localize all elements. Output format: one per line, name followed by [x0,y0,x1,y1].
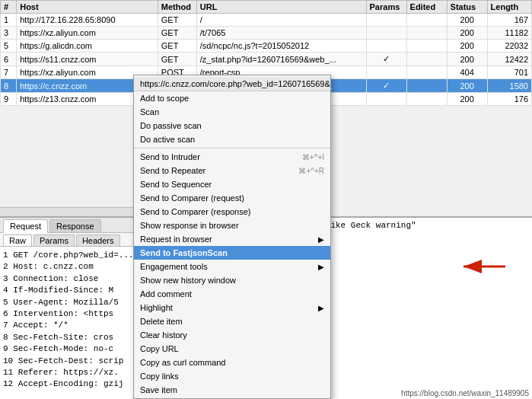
context-menu-item-label: Delete item [140,317,183,326]
context-menu-item-label: Scan [140,107,159,117]
cell-status: 200 [447,27,487,40]
context-menu-item-label: Do passive scan [140,121,202,130]
submenu-arrow-icon: ▶ [318,235,324,244]
context-menu-item-label: Engagement tools [140,262,208,271]
table-row[interactable]: 1 http://172.16.228.65:8090 GET / 200 16… [1,14,532,27]
cell-status: 200 [447,14,487,27]
cell-url: / [196,14,366,27]
context-menu-item-label: Show response in browser [140,221,239,230]
context-menu-shortcut: ⌘+^+I [302,153,324,161]
context-menu-item[interactable]: Save item [134,383,330,397]
cell-num: 7 [1,66,17,79]
cell-status: 200 [447,40,487,53]
table-row[interactable]: 6 https://s11.cnzz.com GET /z_stat.php?i… [1,53,532,66]
cell-url: /t/7065 [196,27,366,40]
cell-status: 200 [447,53,487,66]
cell-num: 6 [1,53,17,66]
cell-num: 1 [1,14,17,27]
context-menu-item-label: Send to Comparer (response) [140,207,251,216]
cell-host: https://g.alicdn.com [17,40,158,53]
cell-method: GET [158,40,196,53]
cell-status: 404 [447,66,487,79]
context-menu-item[interactable]: Send to Comparer (response) [134,205,330,219]
tab-request[interactable]: Request [3,219,48,233]
cell-status: 200 [447,93,487,106]
cell-num: 3 [1,27,17,40]
context-menu-item[interactable]: Send to Sequencer [134,177,330,191]
cell-host: https://xz.aliyun.com [17,27,158,40]
context-menu-separator [134,148,330,148]
col-header-host: Host [17,1,158,14]
context-menu-item[interactable]: Do active scan [134,132,330,146]
cell-host: https://s11.cnzz.com [17,53,158,66]
cell-params: ✓ [366,53,406,66]
context-menu-item-label: Copy URL [140,344,179,353]
cell-url: /z_stat.php?id=1260716569&web_... [196,53,366,66]
context-menu-item[interactable]: Copy URL [134,342,330,356]
cell-edited [406,14,447,27]
context-menu-item[interactable]: Send to FastjsonScan [134,246,330,260]
context-menu-item[interactable]: Send to Comparer (request) [134,191,330,205]
context-menu-item-label: Add comment [140,289,192,298]
watermark: https://blog.csdn.net/waxin_11489905 [401,389,529,397]
context-menu-item[interactable]: Copy as curl command [134,356,330,369]
context-menu-item[interactable]: Request in browser ▶ [134,232,330,246]
cell-num: 5 [1,40,17,53]
cell-edited [406,93,447,106]
context-menu-item[interactable]: Clear history [134,328,330,342]
submenu-arrow-icon: ▶ [318,304,324,312]
cell-edited [406,66,447,79]
context-menu-item[interactable]: Send to Intruder ⌘+^+I [134,150,330,164]
context-menu-item-label: Send to FastjsonScan [140,248,228,257]
context-menu-item[interactable]: Scan [134,105,330,119]
context-menu-item-label: Copy as curl command [140,358,226,367]
arrow-annotation [456,255,509,280]
context-menu-item[interactable]: Add comment [134,287,330,301]
sub-tab-params[interactable]: Params [33,235,75,246]
context-menu-item-label: Send to Repeater [140,166,205,175]
context-menu-item-label: Request in browser [140,235,212,244]
context-menu-item[interactable]: Do passive scan [134,119,330,132]
table-row[interactable]: 5 https://g.alicdn.com GET /sd/ncpc/nc.j… [1,40,532,53]
table-row[interactable]: 3 https://xz.aliyun.com GET /t/7065 200 … [1,27,532,40]
cell-url: /sd/ncpc/nc.js?t=2015052012 [196,40,366,53]
context-menu-item[interactable]: Show response in browser [134,219,330,232]
cell-method: GET [158,27,196,40]
cell-length: 701 [487,66,531,79]
context-menu-item-label: Clear history [140,330,187,340]
cell-num: 8 [1,79,17,93]
cell-method: GET [158,53,196,66]
context-menu-shortcut: ⌘+^+R [298,167,324,175]
col-header-url: URL [196,1,366,14]
context-menu-item-label: Highlight [140,303,173,312]
cell-num: 9 [1,93,17,106]
context-menu-item[interactable]: Show new history window [134,273,330,287]
context-menu-item[interactable]: Engagement tools ▶ [134,260,330,273]
cell-params: ✓ [366,79,406,93]
context-menu-url: https://c.cnzz.com/core.php?web_id=12607… [134,77,330,91]
cell-length: 176 [487,93,531,106]
cell-params [366,93,406,106]
context-menu-item-label: Send to Intruder [140,152,200,161]
cell-params [366,40,406,53]
col-header-num: # [1,1,17,14]
col-header-edited: Edited [406,1,447,14]
tab-response[interactable]: Response [49,219,101,232]
sub-tab-headers[interactable]: Headers [76,235,120,246]
cell-params [366,66,406,79]
sub-tab-raw[interactable]: Raw [3,235,32,246]
context-menu-item[interactable]: Add to scope [134,91,330,105]
cell-edited [406,53,447,66]
cell-edited [406,79,447,93]
cell-length: 167 [487,14,531,27]
cell-method: GET [158,14,196,27]
cell-params [366,14,406,27]
cell-params [366,27,406,40]
context-menu-item-label: Show new history window [140,276,236,285]
context-menu-item[interactable]: Delete item [134,314,330,328]
context-menu-item[interactable]: Send to Repeater ⌘+^+R [134,164,330,177]
context-menu-item[interactable]: Copy links [134,369,330,383]
context-menu-item[interactable]: Highlight ▶ [134,301,330,314]
context-menu-item-label: Send to Sequencer [140,180,212,189]
submenu-arrow-icon: ▶ [318,263,324,271]
